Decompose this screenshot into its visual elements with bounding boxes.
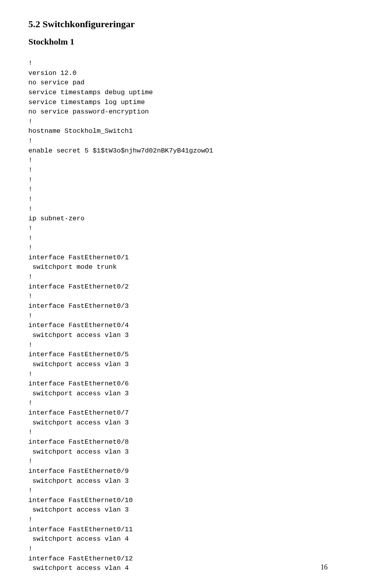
- page-container: 5.2 Switchkonfigureringar Stockholm 1 ! …: [28, 19, 353, 579]
- config-code: ! version 12.0 no service pad service ti…: [28, 59, 353, 573]
- section-heading: 5.2 Switchkonfigureringar: [28, 19, 353, 30]
- page-number: 16: [321, 563, 328, 571]
- section-subheading: Stockholm 1: [28, 37, 353, 47]
